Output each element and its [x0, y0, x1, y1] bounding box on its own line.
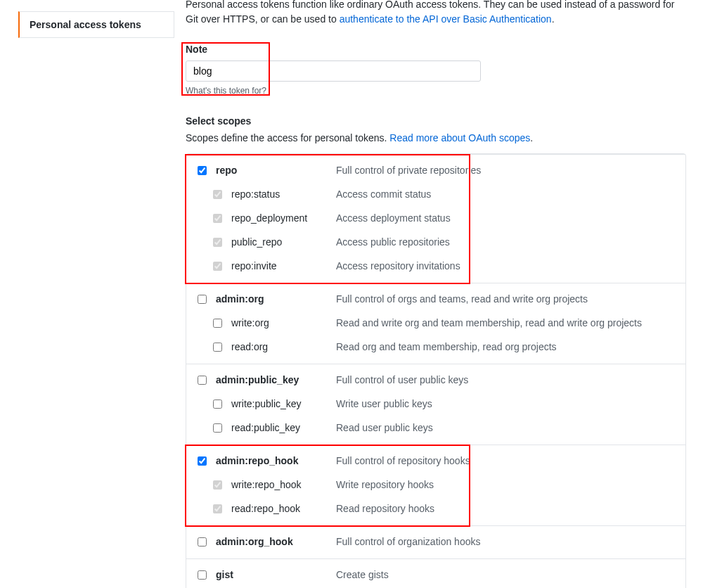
scopes-subtext: Scopes define the access for personal to… — [186, 132, 686, 143]
scope-checkbox-read-public-key[interactable] — [213, 423, 222, 433]
scope-group-repo: repoFull control of private repositories… — [186, 154, 685, 283]
scope-row: admin:org_hookFull control of organizati… — [186, 526, 685, 558]
scope-name: read:public_key — [231, 422, 325, 433]
sidenav-personal-access-tokens[interactable]: Personal access tokens — [18, 11, 174, 38]
scope-name: write:org — [231, 317, 325, 328]
scope-name: admin:public_key — [216, 374, 325, 385]
scope-group-admin-public-key: admin:public_keyFull control of user pub… — [186, 364, 685, 445]
scope-name: write:repo_hook — [231, 479, 325, 490]
scopes-header: Select scopes — [186, 115, 686, 127]
scope-desc: Write user public keys — [336, 398, 432, 409]
scope-name: write:public_key — [231, 398, 325, 409]
intro-auth-link[interactable]: authenticate to the API over Basic Authe… — [340, 13, 552, 25]
scope-checkbox-write-org[interactable] — [213, 319, 222, 328]
scope-desc: Access commit status — [336, 188, 431, 200]
scope-row: admin:repo_hookFull control of repositor… — [186, 445, 685, 473]
scope-desc: Access deployment status — [336, 212, 451, 224]
scope-name: repo — [216, 165, 325, 176]
note-input[interactable] — [186, 60, 481, 82]
scope-name: read:org — [231, 341, 325, 352]
scope-name: gist — [216, 569, 325, 580]
scope-row: admin:public_keyFull control of user pub… — [186, 364, 685, 392]
scope-row: repoFull control of private repositories — [186, 155, 685, 183]
scope-desc: Access public repositories — [336, 236, 450, 248]
scope-checkbox-admin-repo-hook[interactable] — [198, 456, 207, 466]
scope-desc: Full control of user public keys — [336, 374, 468, 385]
note-help-text: What's this token for? — [186, 86, 686, 96]
scope-name: repo:invite — [231, 260, 325, 271]
scope-desc: Read org and team membership, read org p… — [336, 341, 557, 352]
scope-row: admin:orgFull control of orgs and teams,… — [186, 283, 685, 312]
scope-row: repo_deploymentAccess deployment status — [186, 207, 685, 231]
scope-name: read:repo_hook — [231, 503, 325, 514]
scope-checkbox-write-public-key[interactable] — [213, 400, 222, 409]
scope-name: admin:org_hook — [216, 536, 325, 547]
scope-name: admin:repo_hook — [216, 455, 325, 466]
scope-group-admin-org: admin:orgFull control of orgs and teams,… — [186, 283, 685, 364]
scope-row: write:public_keyWrite user public keys — [186, 392, 685, 416]
scope-desc: Full control of orgs and teams, read and… — [336, 293, 588, 305]
scope-checkbox-admin-org[interactable] — [198, 295, 207, 304]
scope-desc: Full control of organization hooks — [336, 536, 480, 547]
scopes-list: repoFull control of private repositories… — [186, 153, 686, 588]
scope-checkbox-admin-org-hook[interactable] — [198, 537, 207, 547]
scope-checkbox-repo-deployment — [213, 214, 222, 223]
scope-checkbox-read-repo-hook — [213, 504, 222, 513]
oauth-scopes-link[interactable]: Read more about OAuth scopes — [389, 132, 530, 143]
scope-checkbox-read-org[interactable] — [213, 343, 222, 352]
scope-row: read:public_keyRead user public keys — [186, 416, 685, 445]
scope-checkbox-repo[interactable] — [198, 166, 207, 175]
scope-name: admin:org — [216, 293, 325, 305]
scope-checkbox-admin-public-key[interactable] — [198, 376, 207, 385]
scope-desc: Full control of repository hooks — [336, 455, 470, 466]
scope-name: public_repo — [231, 236, 325, 248]
scope-checkbox-gist[interactable] — [198, 570, 207, 580]
scope-checkbox-repo-invite — [213, 262, 222, 271]
scope-row: write:repo_hookWrite repository hooks — [186, 473, 685, 497]
scope-name: repo:status — [231, 188, 325, 200]
scope-row: gistCreate gists — [186, 559, 685, 588]
scope-checkbox-repo-status — [213, 190, 222, 199]
scope-row: public_repoAccess public repositories — [186, 231, 685, 255]
scope-desc: Full control of private repositories — [336, 165, 481, 176]
scope-name: repo_deployment — [231, 212, 325, 224]
scope-row: repo:inviteAccess repository invitations — [186, 255, 685, 283]
scope-desc: Write repository hooks — [336, 479, 434, 490]
scope-desc: Read and write org and team membership, … — [336, 317, 642, 328]
scope-row: read:orgRead org and team membership, re… — [186, 335, 685, 364]
intro-text: Personal access tokens function like ord… — [186, 0, 686, 27]
scope-desc: Read repository hooks — [336, 503, 434, 514]
scope-row: read:repo_hookRead repository hooks — [186, 497, 685, 525]
scope-group-gist: gistCreate gists — [186, 558, 685, 588]
scope-group-admin-repo-hook: admin:repo_hookFull control of repositor… — [186, 445, 685, 525]
note-label: Note — [186, 44, 686, 55]
scope-group-admin-org-hook: admin:org_hookFull control of organizati… — [186, 525, 685, 558]
scope-row: repo:statusAccess commit status — [186, 183, 685, 207]
scope-row: write:orgRead and write org and team mem… — [186, 312, 685, 335]
scope-desc: Create gists — [336, 569, 389, 580]
scope-desc: Read user public keys — [336, 422, 433, 433]
scope-desc: Access repository invitations — [336, 260, 460, 271]
scope-checkbox-write-repo-hook — [213, 480, 222, 490]
scope-checkbox-public-repo — [213, 238, 222, 247]
